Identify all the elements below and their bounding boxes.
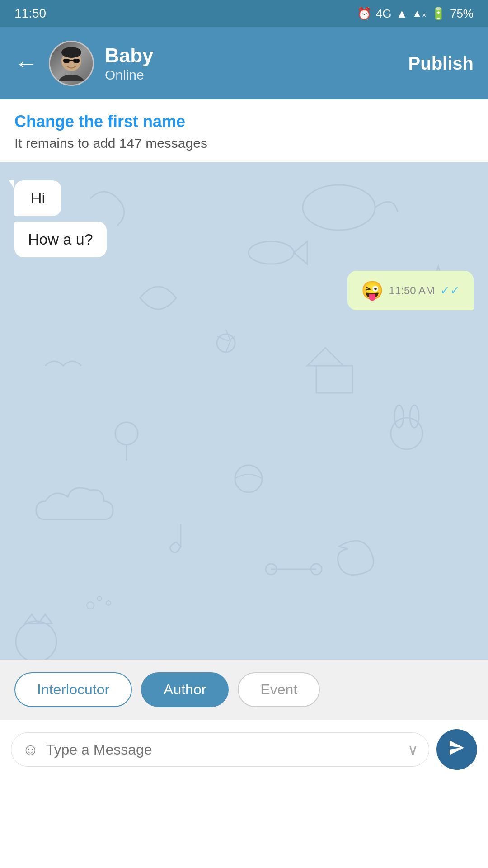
role-event-label: Event [260,681,297,698]
contact-name: Baby [105,44,408,68]
svg-point-15 [391,418,422,449]
svg-point-16 [394,405,404,428]
message-row: 😜 11:50 AM ✓✓ [14,271,474,310]
messages-container: Hi How a u? 😜 11:50 AM ✓✓ [14,180,474,310]
message-bubble-1: Hi [14,180,61,216]
message-bubble-3: 😜 11:50 AM ✓✓ [347,271,474,310]
svg-point-18 [115,422,138,445]
status-bar: 11:50 ⏰ 4G ▲ ▲ₓ 🔋 75% [0,0,488,27]
message-emoji-3: 😜 [361,280,384,301]
status-right-icons: ⏰ 4G ▲ ▲ₓ 🔋 75% [357,7,474,21]
message-read-icon-3: ✓✓ [440,283,460,297]
message-time-3: 11:50 AM [389,284,435,297]
input-bar: ☺ ∨ [0,720,488,779]
svg-rect-13 [316,366,352,393]
message-input[interactable] [46,741,400,758]
publish-button[interactable]: Publish [408,53,474,74]
app-bar: ← Baby Online Publish [0,27,488,99]
send-button[interactable] [436,729,477,770]
role-event-button[interactable]: Event [238,672,320,707]
svg-point-25 [97,596,102,601]
role-author-button[interactable]: Author [141,672,229,707]
svg-marker-27 [450,741,464,755]
message-text-1: Hi [31,189,45,207]
info-title: Change the first name [14,112,474,131]
message-bubble-2: How a u? [14,222,107,257]
message-row: How a u? [14,222,474,257]
status-icons: ⏰ 4G ▲ ▲ₓ 🔋 75% [357,7,474,21]
contact-status: Online [105,67,408,83]
chevron-button[interactable]: ∨ [408,741,418,758]
role-selector: Interlocutor Author Event [0,660,488,720]
alarm-icon: ⏰ [357,7,371,21]
input-wrapper[interactable]: ☺ ∨ [11,732,429,767]
svg-point-2 [61,47,81,58]
info-subtitle: It remains to add 147 messages [14,136,474,151]
avatar [49,41,94,86]
role-interlocutor-button[interactable]: Interlocutor [14,672,132,707]
message-text-2: How a u? [28,231,93,248]
message-row: Hi [14,180,474,216]
svg-point-6 [16,621,56,660]
svg-point-17 [410,405,419,428]
battery-icon: 🔋 [431,7,446,21]
signal-icon: ▲ [396,7,408,21]
info-banner: Change the first name It remains to add … [0,99,488,162]
svg-point-23 [311,564,322,575]
svg-point-20 [235,465,262,492]
svg-rect-4 [73,59,80,63]
svg-marker-8 [38,614,52,623]
network-label: 4G [376,7,392,21]
role-interlocutor-label: Interlocutor [37,681,109,698]
svg-marker-14 [307,348,343,366]
battery-label: 75% [450,7,474,21]
contact-info: Baby Online [105,44,408,83]
signal-x-icon: ▲ₓ [412,8,427,19]
svg-point-0 [58,75,85,81]
svg-marker-7 [25,614,38,623]
svg-point-24 [87,602,94,609]
send-icon [448,739,466,761]
svg-point-12 [217,334,235,352]
back-button[interactable]: ← [14,52,38,75]
status-time: 11:50 [14,6,46,21]
avatar-svg [53,45,89,81]
emoji-icon: ☺ [22,740,39,759]
svg-point-22 [266,564,277,575]
avatar-image [50,42,93,85]
role-author-label: Author [164,681,206,698]
svg-rect-3 [63,59,70,63]
chat-area: Hi How a u? 😜 11:50 AM ✓✓ [0,162,488,660]
chevron-icon: ∨ [408,741,418,758]
svg-point-26 [106,601,111,605]
emoji-button[interactable]: ☺ [22,740,39,759]
